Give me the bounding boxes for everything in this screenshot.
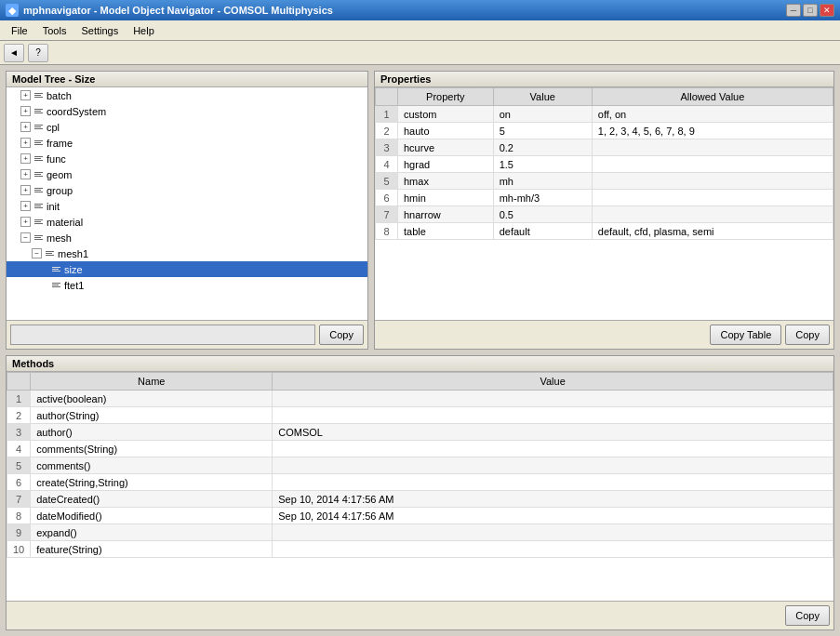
- prop-row-allowed: [592, 190, 833, 206]
- copy-table-button[interactable]: Copy Table: [710, 325, 781, 345]
- expand-icon-coordSystem[interactable]: +: [20, 106, 31, 116]
- toolbar-back-button[interactable]: ◄: [4, 44, 24, 62]
- expand-icon-mesh[interactable]: −: [20, 232, 31, 243]
- method-row-num: 6: [7, 474, 31, 491]
- methods-title: Methods: [7, 356, 833, 372]
- prop-row-num: 7: [376, 206, 398, 223]
- tree-label-material: material: [47, 217, 83, 228]
- tree-item-func[interactable]: + func: [7, 151, 367, 166]
- prop-row-value: default: [493, 223, 592, 240]
- expand-icon-frame[interactable]: +: [20, 138, 31, 148]
- tree-item-ftet1[interactable]: ftet1: [7, 277, 367, 293]
- method-row-value: [273, 474, 833, 491]
- methods-panel: Methods Name Value 1 active(boolean) 2 a…: [6, 355, 834, 630]
- prop-col-value: Value: [493, 88, 592, 106]
- prop-col-num: [376, 88, 398, 106]
- method-row-value: COMSOL: [273, 424, 833, 441]
- tree-scroll[interactable]: + batch + coordSystem +: [7, 87, 367, 320]
- tree-label-group: group: [47, 185, 73, 196]
- menu-file[interactable]: File: [4, 23, 35, 38]
- tree-item-init[interactable]: + init: [7, 198, 367, 214]
- prop-row-num: 8: [376, 223, 398, 240]
- method-row-num: 4: [7, 441, 31, 457]
- methods-copy-button[interactable]: Copy: [785, 605, 830, 626]
- table-row: 8 table default default, cfd, plasma, se…: [376, 223, 833, 240]
- method-row-value: Sep 10, 2014 4:17:56 AM: [273, 508, 833, 524]
- tree-label-geom: geom: [47, 169, 73, 180]
- method-row-name: comments(String): [31, 441, 273, 457]
- command-input[interactable]: model.mesh('mesh1').feature('size'): [10, 325, 315, 345]
- method-row-num: 10: [7, 541, 31, 558]
- prop-row-allowed: [592, 139, 833, 156]
- tree-item-coordSystem[interactable]: + coordSystem: [7, 103, 367, 119]
- tree-label-mesh1: mesh1: [58, 248, 88, 259]
- prop-row-property: custom: [398, 106, 494, 123]
- prop-row-allowed: [592, 206, 833, 223]
- table-row: 4 comments(String): [7, 441, 833, 457]
- tree-item-group[interactable]: + group: [7, 182, 367, 198]
- tree-item-geom[interactable]: + geom: [7, 166, 367, 182]
- prop-row-allowed: default, cfd, plasma, semi: [592, 223, 833, 240]
- tree-item-size[interactable]: size: [7, 261, 367, 277]
- prop-row-value: mh: [493, 173, 592, 190]
- menu-settings[interactable]: Settings: [73, 23, 126, 38]
- props-table-container[interactable]: Property Value Allowed Value 1 custom on…: [375, 87, 833, 320]
- tree-item-frame[interactable]: + frame: [7, 135, 367, 151]
- table-row: 8 dateModified() Sep 10, 2014 4:17:56 AM: [7, 508, 833, 524]
- expand-icon-group[interactable]: +: [20, 185, 31, 195]
- method-row-value: [273, 441, 833, 457]
- item-icon-func: [33, 152, 45, 165]
- expand-icon-mesh1[interactable]: −: [32, 248, 42, 258]
- tree-item-batch[interactable]: + batch: [7, 87, 367, 103]
- method-row-name: expand(): [31, 524, 273, 541]
- main-content: Model Tree - Size + batch + c: [0, 65, 840, 636]
- menu-tools[interactable]: Tools: [35, 23, 74, 38]
- expand-icon-material[interactable]: +: [20, 217, 31, 227]
- prop-row-property: hnarrow: [398, 206, 494, 223]
- minimize-button[interactable]: ─: [786, 4, 801, 17]
- maximize-button[interactable]: □: [803, 4, 818, 17]
- table-row: 7 hnarrow 0.5: [376, 206, 833, 223]
- prop-row-value: 0.5: [493, 206, 592, 223]
- item-icon-geom: [33, 168, 45, 180]
- prop-row-value: 1.5: [493, 156, 592, 173]
- prop-row-property: hmax: [398, 173, 494, 190]
- prop-row-property: hauto: [398, 123, 494, 139]
- item-icon-frame: [33, 137, 45, 149]
- method-row-num: 5: [7, 457, 31, 474]
- item-icon-batch: [33, 89, 45, 101]
- tree-item-cpl[interactable]: + cpl: [7, 119, 367, 135]
- methods-table-container[interactable]: Name Value 1 active(boolean) 2 author(St…: [7, 372, 833, 601]
- close-button[interactable]: ✕: [820, 4, 834, 17]
- table-row: 5 hmax mh: [376, 173, 833, 190]
- prop-row-value: on: [493, 106, 592, 123]
- expand-icon-geom[interactable]: +: [20, 169, 31, 179]
- prop-row-num: 2: [376, 123, 398, 139]
- expand-icon-init[interactable]: +: [20, 201, 31, 211]
- expand-icon-func[interactable]: +: [20, 153, 31, 164]
- method-row-value: Sep 10, 2014 4:17:56 AM: [273, 491, 833, 508]
- prop-row-num: 1: [376, 106, 398, 123]
- tree-item-mesh1[interactable]: − mesh1: [7, 245, 367, 261]
- expand-icon-cpl[interactable]: +: [20, 122, 31, 132]
- model-tree-bottom: model.mesh('mesh1').feature('size') Copy: [7, 320, 367, 349]
- props-copy-button[interactable]: Copy: [785, 325, 830, 345]
- table-row: 3 author() COMSOL: [7, 424, 833, 441]
- toolbar-help-button[interactable]: ?: [28, 44, 48, 62]
- tree-item-material[interactable]: + material: [7, 214, 367, 230]
- table-row: 1 custom on off, on: [376, 106, 833, 123]
- method-row-num: 8: [7, 508, 31, 524]
- toolbar: ◄ ?: [0, 41, 840, 65]
- expand-icon-batch[interactable]: +: [20, 90, 31, 100]
- tree-copy-button[interactable]: Copy: [319, 325, 364, 345]
- props-bottom: Copy Table Copy: [375, 320, 833, 349]
- table-row: 9 expand(): [7, 524, 833, 541]
- item-icon-coordSystem: [33, 105, 45, 117]
- window-title: mphnavigator - Model Object Navigator - …: [23, 5, 333, 16]
- top-panels: Model Tree - Size + batch + c: [6, 71, 834, 350]
- method-row-name: dateModified(): [31, 508, 273, 524]
- method-row-num: 3: [7, 424, 31, 441]
- method-row-name: author(): [31, 424, 273, 441]
- tree-item-mesh[interactable]: − mesh: [7, 230, 367, 245]
- menu-help[interactable]: Help: [126, 23, 162, 38]
